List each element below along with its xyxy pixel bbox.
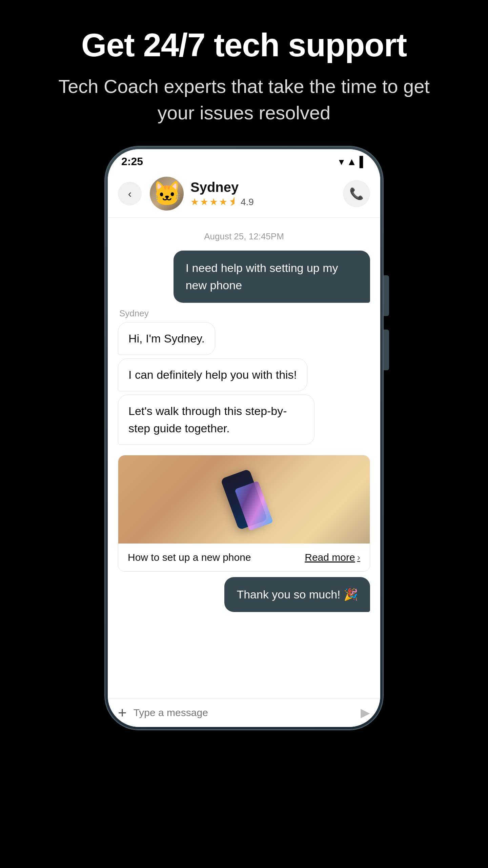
battery-icon: ▌ — [360, 156, 367, 167]
send-button[interactable]: ▶ — [361, 706, 370, 720]
phone-mockup: 2:25 ▾ ▲ ▌ ‹ Sydney ★ ★ ★ — [105, 146, 383, 730]
phone-screen: 2:25 ▾ ▲ ▌ ‹ Sydney ★ ★ ★ — [108, 149, 380, 727]
received-bubble-2: I can definitely help you with this! — [118, 358, 307, 391]
app-header: ‹ Sydney ★ ★ ★ ★ ⯨ 4.9 — [108, 171, 380, 218]
message-input-bar: + ▶ — [108, 698, 380, 727]
article-image — [118, 455, 370, 544]
message-input[interactable] — [134, 707, 354, 718]
received-bubble-3: Let's walk through this step-by-step gui… — [118, 395, 314, 445]
status-time: 2:25 — [121, 155, 143, 168]
add-attachment-button[interactable]: + — [118, 705, 127, 720]
star-half: ⯨ — [228, 196, 238, 208]
star-2: ★ — [200, 196, 208, 208]
agent-info: Sydney ★ ★ ★ ★ ⯨ 4.9 — [150, 177, 343, 211]
call-button[interactable]: 📞 — [343, 180, 370, 207]
sender-label: Sydney — [119, 308, 370, 319]
star-rating: ★ ★ ★ ★ ⯨ — [190, 196, 238, 208]
star-3: ★ — [209, 196, 218, 208]
page-title: Get 24/7 tech support — [41, 27, 447, 63]
thank-you-message-container: Thank you so much! 🎉 — [118, 577, 370, 612]
article-bottom: How to set up a new phone Read more › — [118, 544, 370, 571]
agent-rating: ★ ★ ★ ★ ⯨ 4.9 — [190, 196, 254, 208]
read-more-label: Read more — [305, 552, 355, 563]
read-more-link[interactable]: Read more › — [305, 552, 360, 563]
signal-icon: ▲ — [347, 156, 357, 167]
article-card[interactable]: How to set up a new phone Read more › — [118, 455, 370, 572]
page-subtitle: Tech Coach experts that take the time to… — [41, 73, 447, 126]
thank-you-bubble: Thank you so much! 🎉 — [224, 577, 370, 612]
star-1: ★ — [190, 196, 199, 208]
status-bar: 2:25 ▾ ▲ ▌ — [108, 149, 380, 171]
article-title: How to set up a new phone — [128, 552, 251, 563]
status-icons: ▾ ▲ ▌ — [339, 156, 367, 167]
sent-bubble: I need help with setting up my new phone — [174, 251, 370, 303]
chat-area: August 25, 12:45PM I need help with sett… — [108, 218, 380, 698]
received-message-group: Sydney Hi, I'm Sydney. I can definitely … — [118, 308, 370, 448]
page-header: Get 24/7 tech support Tech Coach experts… — [0, 0, 488, 146]
wifi-icon: ▾ — [339, 156, 344, 167]
agent-details: Sydney ★ ★ ★ ★ ⯨ 4.9 — [190, 180, 254, 208]
back-button[interactable]: ‹ — [118, 182, 142, 205]
rating-number: 4.9 — [241, 197, 254, 208]
star-4: ★ — [219, 196, 227, 208]
avatar — [150, 177, 184, 211]
chat-timestamp: August 25, 12:45PM — [118, 231, 370, 242]
sent-message-container: I need help with setting up my new phone — [118, 251, 370, 303]
received-bubble-1: Hi, I'm Sydney. — [118, 322, 215, 355]
agent-name: Sydney — [190, 180, 254, 195]
chevron-right-icon: › — [357, 552, 360, 563]
